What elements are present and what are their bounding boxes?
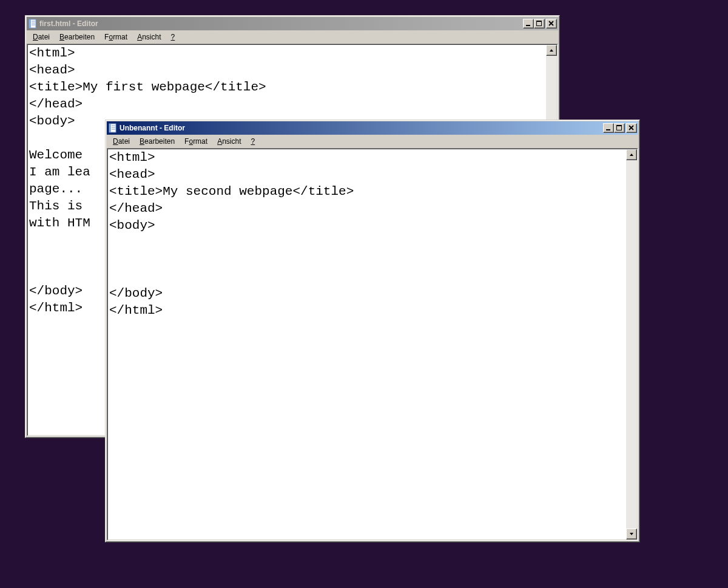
menu-datei[interactable]: Datei xyxy=(108,136,135,147)
svg-rect-17 xyxy=(606,129,610,130)
scroll-up-button[interactable] xyxy=(626,149,637,160)
close-button[interactable] xyxy=(626,123,637,133)
titlebar[interactable]: first.html - Editor xyxy=(27,17,558,30)
svg-rect-5 xyxy=(526,25,530,26)
maximize-button[interactable] xyxy=(614,123,625,133)
svg-rect-13 xyxy=(109,124,111,132)
svg-marker-22 xyxy=(630,154,633,156)
vertical-scrollbar[interactable] xyxy=(626,149,637,539)
editor-window-unbenannt[interactable]: Unbenannt - Editor Datei Bearbeiten Form… xyxy=(105,120,640,542)
menubar: Datei Bearbeiten Format Ansicht ? xyxy=(27,30,558,44)
menu-ansicht[interactable]: Ansicht xyxy=(212,136,246,147)
close-button[interactable] xyxy=(546,19,557,29)
notepad-icon xyxy=(108,123,118,133)
scroll-up-button[interactable] xyxy=(546,45,557,56)
svg-rect-1 xyxy=(29,19,31,28)
menu-ansicht[interactable]: Ansicht xyxy=(132,32,166,42)
window-title: first.html - Editor xyxy=(39,19,523,28)
menu-format[interactable]: Format xyxy=(180,136,212,147)
window-title: Unbenannt - Editor xyxy=(120,124,603,132)
svg-rect-7 xyxy=(536,21,542,22)
svg-rect-19 xyxy=(616,125,622,126)
svg-marker-23 xyxy=(630,533,633,535)
menu-bearbeiten[interactable]: Bearbeiten xyxy=(55,32,99,42)
menu-format[interactable]: Format xyxy=(99,32,132,42)
menu-hilfe[interactable]: ? xyxy=(166,32,180,42)
minimize-button[interactable] xyxy=(523,19,534,29)
menu-hilfe[interactable]: ? xyxy=(246,136,260,147)
menubar: Datei Bearbeiten Format Ansicht ? xyxy=(107,135,638,148)
menu-datei[interactable]: Datei xyxy=(28,32,55,42)
scroll-down-button[interactable] xyxy=(626,529,637,539)
titlebar[interactable]: Unbenannt - Editor xyxy=(107,121,638,135)
maximize-button[interactable] xyxy=(534,19,545,29)
menu-bearbeiten[interactable]: Bearbeiten xyxy=(135,136,180,147)
notepad-icon xyxy=(28,19,38,29)
svg-marker-10 xyxy=(550,49,553,52)
scroll-track[interactable] xyxy=(626,160,637,529)
minimize-button[interactable] xyxy=(603,123,614,133)
editor-textarea[interactable]: <html> <head> <title>My second webpage</… xyxy=(108,149,626,539)
